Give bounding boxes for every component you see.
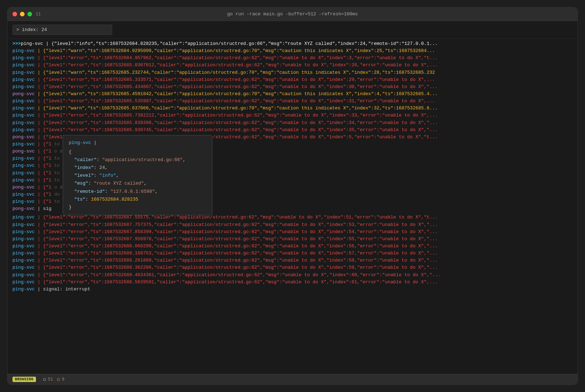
service-label: ping-svc: [12, 77, 35, 82]
service-label: ping-svc: [12, 163, 35, 168]
service-label: ping-svc: [12, 98, 35, 104]
log-line: ping-svc | {"level":"error","ts":1687532…: [12, 264, 573, 271]
tooltip-field: "index": 24,: [69, 164, 206, 172]
service-label: ping-svc: [12, 70, 35, 75]
status-bar: BROWSING 51 9: [7, 374, 578, 385]
log-lines-below: ping-svc | {"level":"error","ts":1687532…: [7, 212, 578, 293]
close-button[interactable]: [12, 12, 17, 16]
circle-item-2: 9: [57, 377, 64, 382]
log-line: ping-svc | {"level":"error","ts":1687532…: [12, 76, 573, 83]
circle-1-count: 51: [48, 377, 53, 382]
log-line: >>>ping-svc | {"level":"info","ts":16875…: [12, 40, 573, 47]
log-line: ping-svc | {"level":"warn","ts":16875326…: [12, 69, 573, 76]
status-badge: BROWSING: [12, 377, 36, 382]
log-line: ping-svc | {"level":"error","ts":1687532…: [12, 228, 573, 236]
log-line: ping-svc | {"level":"error","ts":1687532…: [12, 55, 573, 62]
service-label: ping-svc: [12, 105, 35, 111]
circle-white-icon: [43, 378, 46, 381]
log-line: ping-svc | {"level":"error","ts":1687532…: [12, 119, 573, 127]
log-line: ping-svc | {"level":"warn","ts":16875326…: [12, 47, 573, 55]
log-line: ping-svc | {"level":"error","ts":1687532…: [12, 279, 573, 286]
terminal-content: >>>ping-svc | {"level":"info","ts":16875…: [7, 39, 578, 374]
service-label: ping-svc: [12, 55, 35, 61]
circle-orange-icon: [57, 378, 60, 381]
log-line: ping-svc | {"level":"warn","ts":16875326…: [12, 105, 573, 112]
log-line: ping-svc | {"level":"error","ts":1687532…: [12, 221, 573, 228]
service-label: ping-svc: [12, 170, 35, 176]
log-line: ping-svc | {"level":"error","ts":1687532…: [12, 83, 573, 91]
service-label: ping-svc: [12, 199, 35, 204]
log-line: pong-svc | {"level":"warn","ts":16875326…: [12, 91, 573, 98]
service-label: pong-svc: [12, 149, 35, 154]
log-line: ping-svc | {"level":"error","ts":1687532…: [12, 98, 573, 105]
service-label: ping-svc: [12, 84, 35, 89]
tooltip-brace-close: }: [69, 203, 206, 211]
service-label: ping-svc: [12, 113, 35, 118]
log-line: ping-svc | {"level":"error","ts":1687532…: [12, 250, 573, 257]
log-line: ping-svc | {"level":"error","ts":1687532…: [12, 62, 573, 69]
service-label: ping-svc: [12, 48, 35, 53]
service-label: ping-svc: [12, 156, 35, 161]
arrow-prefix: >>>: [12, 41, 21, 46]
tooltip-brace-open: {: [69, 148, 206, 156]
traffic-lights: [12, 12, 32, 16]
command-input[interactable]: > index: 24: [12, 25, 112, 35]
minimize-button[interactable]: [20, 12, 25, 16]
tooltip-field: "level": "info",: [69, 172, 206, 180]
titlebar: 11 go run -race main.go -buffer=512 -ref…: [7, 7, 578, 21]
log-line: ping-svc | {"level":"error","ts":1687532…: [12, 112, 573, 119]
service-label: ping-svc: [12, 177, 35, 183]
service-label: pong-svc: [12, 206, 35, 211]
tooltip-field: "msg": "route XYZ called",: [69, 180, 206, 187]
circle-2-count: 9: [62, 377, 64, 382]
service-label: ping-svc: [12, 192, 35, 197]
tooltip-field: "ts": 1687532684.828235: [69, 196, 206, 203]
input-bar: > index: 24: [7, 21, 578, 39]
tooltip-field: "remote-id": "127.0.0.1:6598",: [69, 188, 206, 196]
json-tooltip: ping-svc | { "caller": "application/stru…: [63, 135, 212, 215]
log-line: ping-svc | {"level":"error","ts":1687532…: [12, 243, 573, 250]
service-label: ping-svc: [12, 127, 35, 133]
log-line: ping-svc | {"level":"error","ts":1687532…: [12, 272, 573, 279]
service-label: ping-svc: [12, 62, 35, 68]
maximize-button[interactable]: [27, 12, 32, 16]
circle-item-1: 51: [43, 377, 53, 382]
tab-count: 11: [36, 12, 41, 17]
service-label: pong-svc: [12, 91, 35, 97]
service-label: pong-svc: [12, 134, 35, 140]
window-title: go run -race main.go -buffer=512 -refres…: [227, 11, 358, 17]
log-line: ping-svc | {"level":"error","ts":1687532…: [12, 127, 573, 134]
service-label: ping-svc: [21, 41, 43, 46]
log-line: ping-svc | {"level":"error","ts":1687532…: [12, 236, 573, 243]
service-label: ping-svc: [12, 120, 35, 125]
status-circles: 51 9: [43, 377, 64, 382]
tooltip-field: "caller": "application/structred.go:66",: [69, 156, 206, 164]
service-label: ping-svc: [12, 141, 35, 147]
terminal-window: 11 go run -race main.go -buffer=512 -ref…: [7, 7, 578, 385]
log-line: ping-svc | {"level":"error","ts":1687532…: [12, 257, 573, 264]
tooltip-header: ping-svc |: [69, 139, 206, 147]
service-label: pong-svc: [12, 185, 35, 190]
log-line: ping-svc | signal: interrupt: [12, 286, 573, 293]
